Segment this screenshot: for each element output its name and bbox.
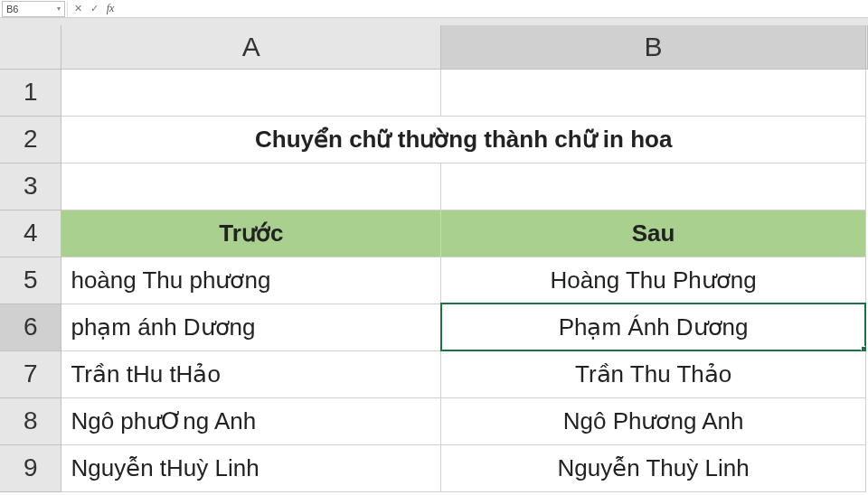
- cell-B8[interactable]: Ngô Phương Anh: [441, 397, 866, 444]
- header-before[interactable]: Trước: [61, 210, 441, 257]
- enter-icon[interactable]: ✓: [86, 1, 102, 17]
- row-header-3[interactable]: 3: [0, 163, 61, 210]
- cell-B5[interactable]: Hoàng Thu Phương: [441, 257, 866, 304]
- column-header-edge: [865, 25, 867, 69]
- column-header-B[interactable]: B: [441, 25, 866, 69]
- row-header-4[interactable]: 4: [0, 210, 61, 257]
- cell-B7[interactable]: Trần Thu Thảo: [441, 350, 866, 397]
- header-after[interactable]: Sau: [441, 210, 866, 257]
- column-header-A[interactable]: A: [61, 25, 441, 69]
- row-header-8[interactable]: 8: [0, 397, 61, 444]
- row-header-7[interactable]: 7: [0, 350, 61, 397]
- chevron-down-icon[interactable]: ▾: [57, 5, 61, 13]
- spreadsheet: A B 1 2 Chuyển chữ thường thành chữ in h…: [0, 25, 868, 492]
- row-header-6[interactable]: 6: [0, 304, 61, 350]
- row-header-1[interactable]: 1: [0, 69, 61, 116]
- cell-A6[interactable]: phạm ánh Dương: [61, 304, 441, 350]
- select-all-corner[interactable]: [0, 25, 61, 69]
- name-box-value: B6: [6, 4, 18, 14]
- gutter: [0, 18, 868, 25]
- cell-A9[interactable]: Nguyễn tHuỳ Linh: [61, 444, 441, 491]
- cell-B1[interactable]: [441, 69, 866, 116]
- sheet-wrap: A B 1 2 Chuyển chữ thường thành chữ in h…: [0, 25, 868, 492]
- cell-A5[interactable]: hoàng Thu phương: [61, 257, 441, 304]
- cell-A3[interactable]: [61, 163, 441, 210]
- name-box[interactable]: B6 ▾: [2, 1, 65, 17]
- row-header-2[interactable]: 2: [0, 116, 61, 163]
- title-text: Chuyển chữ thường thành chữ in hoa: [255, 126, 672, 153]
- row-header-5[interactable]: 5: [0, 257, 61, 304]
- cancel-icon[interactable]: ✕: [70, 1, 86, 17]
- cell-A1[interactable]: [61, 69, 441, 116]
- fx-icon[interactable]: fx: [102, 1, 118, 17]
- formula-input[interactable]: [118, 1, 868, 17]
- cell-B9[interactable]: Nguyễn Thuỳ Linh: [441, 444, 866, 491]
- title-cell[interactable]: Chuyển chữ thường thành chữ in hoa: [61, 116, 866, 163]
- divider: [67, 1, 68, 17]
- cell-A7[interactable]: Trần tHu tHảo: [61, 350, 441, 397]
- cell-A8[interactable]: Ngô phưƠng Anh: [61, 397, 441, 444]
- formula-bar: B6 ▾ ✕ ✓ fx: [0, 0, 868, 18]
- cell-B3[interactable]: [441, 163, 866, 210]
- row-header-9[interactable]: 9: [0, 444, 61, 491]
- cell-B6[interactable]: Phạm Ánh Dương: [441, 304, 866, 350]
